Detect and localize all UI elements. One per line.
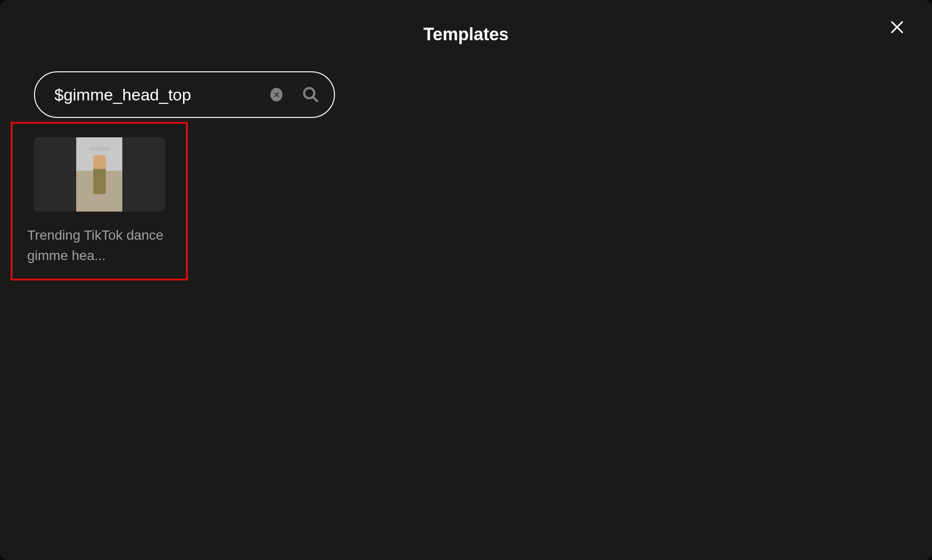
template-title: Trending TikTok dance gimme hea...: [22, 225, 176, 266]
search-input[interactable]: [54, 85, 261, 104]
search-icon: [302, 86, 319, 103]
clear-icon: [273, 91, 280, 98]
search-button[interactable]: [302, 85, 319, 104]
modal-title: Templates: [0, 24, 932, 45]
clear-search-button[interactable]: [270, 88, 283, 101]
close-button[interactable]: [885, 16, 909, 39]
templates-modal: Templates TikTok Dance: [0, 0, 932, 560]
svg-line-5: [313, 97, 317, 101]
template-card[interactable]: TikTok Dance Trending TikTok dance gimme…: [11, 122, 188, 280]
template-thumbnail: TikTok Dance: [33, 137, 166, 212]
search-container: [34, 71, 335, 118]
thumbnail-image: TikTok Dance: [76, 137, 122, 212]
thumbnail-text-overlay: TikTok Dance: [76, 147, 122, 150]
results-grid: TikTok Dance Trending TikTok dance gimme…: [11, 122, 932, 280]
close-icon: [889, 19, 905, 35]
thumbnail-figure: [93, 155, 106, 194]
